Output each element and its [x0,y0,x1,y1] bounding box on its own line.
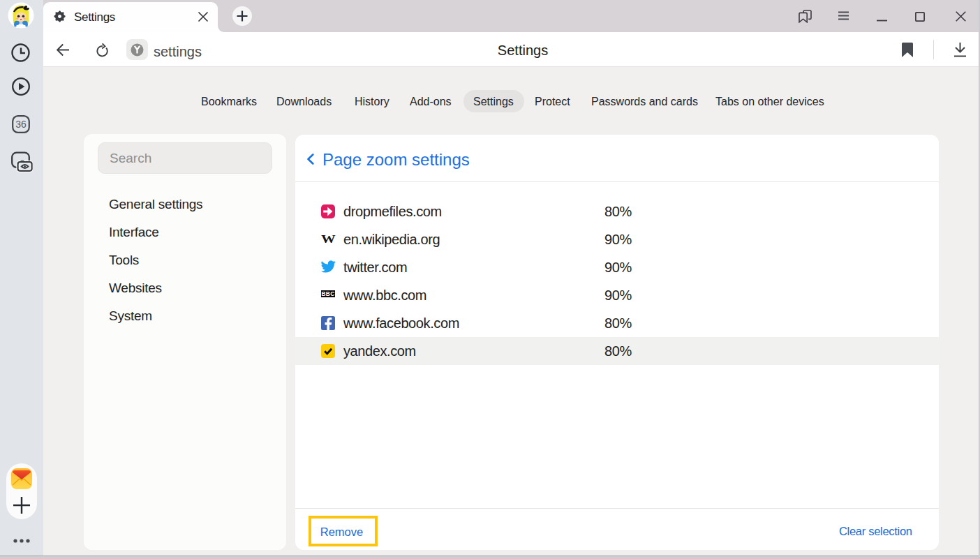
svg-text:BBC: BBC [321,290,334,297]
svg-text:36: 36 [15,119,27,130]
